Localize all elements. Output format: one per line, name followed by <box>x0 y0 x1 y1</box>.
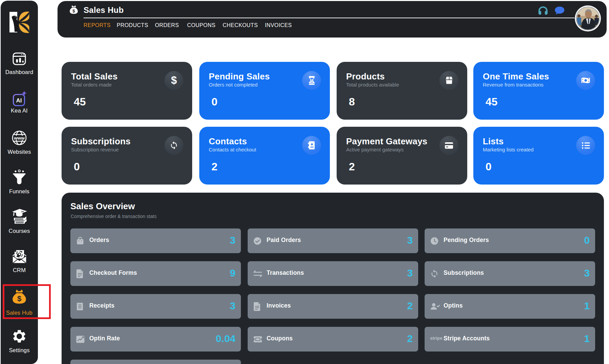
svg-text:www: www <box>14 136 25 141</box>
svg-text:AI: AI <box>16 97 22 104</box>
svg-text:$: $ <box>72 8 75 14</box>
